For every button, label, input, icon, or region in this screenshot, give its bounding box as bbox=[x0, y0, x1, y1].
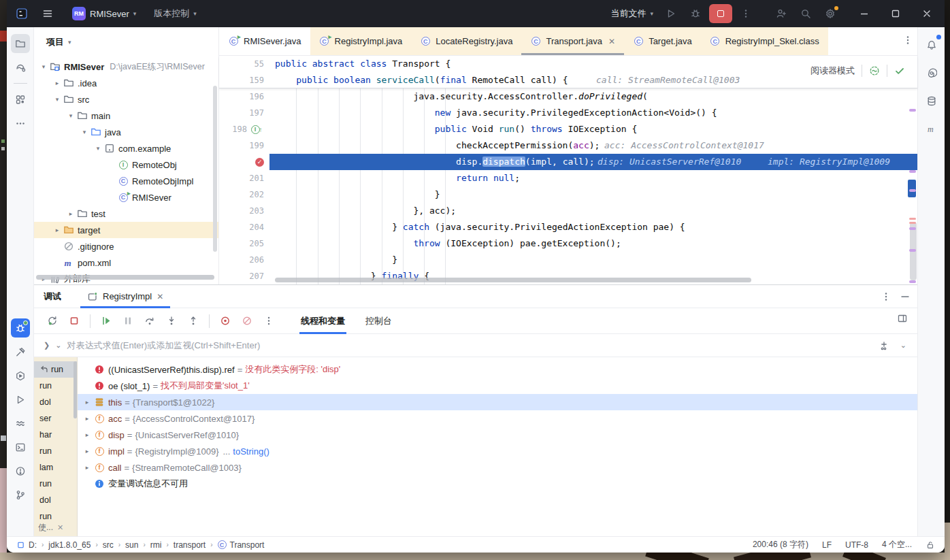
tree-item-test[interactable]: ▸test bbox=[34, 205, 218, 222]
debug-button[interactable] bbox=[685, 4, 706, 23]
tree-item-main[interactable]: ▾main bbox=[34, 108, 218, 124]
add-to-watches-icon[interactable] bbox=[879, 340, 889, 351]
breakpoint-icon[interactable]: ✓ bbox=[255, 158, 264, 167]
maven-tool-button[interactable]: m bbox=[922, 119, 941, 138]
tree-item-remoteobjimpl[interactable]: CRemoteObjImpl bbox=[34, 173, 218, 189]
debug-tool-button[interactable] bbox=[11, 318, 30, 337]
editor-tab-registryimpl-java[interactable]: C▸RegistryImpl.java bbox=[310, 27, 412, 55]
status-item[interactable]: LF bbox=[822, 540, 832, 550]
no-problems-check-icon[interactable] bbox=[894, 65, 905, 76]
ai-assistant-tool-button[interactable] bbox=[922, 63, 941, 82]
tree-item-pom-xml[interactable]: mpom.xml bbox=[34, 254, 218, 271]
code-with-me-button[interactable] bbox=[770, 4, 792, 23]
services-tool-button[interactable] bbox=[11, 366, 30, 385]
tree-item-target[interactable]: ▸target bbox=[34, 222, 218, 238]
stack-frame-row[interactable]: run bbox=[34, 361, 77, 378]
editor-tab-locateregistry-java[interactable]: CLocateRegistry.java bbox=[411, 27, 521, 55]
gutter-line-203[interactable]: 203 bbox=[219, 203, 269, 219]
stripe-mark[interactable] bbox=[909, 170, 916, 173]
close-icon[interactable]: ✕ bbox=[608, 37, 615, 46]
variable-row-disp[interactable]: ▸fdisp={UnicastServerRef@1010} bbox=[78, 427, 917, 443]
chevron-right-icon[interactable]: ▸ bbox=[82, 448, 93, 455]
variable-row-acc[interactable]: ▸facc={AccessControlContext@1017} bbox=[78, 410, 917, 427]
settings-button[interactable] bbox=[819, 4, 841, 23]
step-out-button[interactable] bbox=[184, 312, 202, 330]
gutter-line-204[interactable]: 204 bbox=[219, 219, 269, 235]
main-menu-button[interactable] bbox=[37, 4, 59, 23]
stack-frame-row[interactable]: run bbox=[34, 476, 77, 492]
tree-item-remoteobj[interactable]: IRemoteObj bbox=[34, 157, 218, 173]
chevron-down-icon[interactable]: ▾ bbox=[52, 96, 63, 103]
project-vertical-scrollbar[interactable] bbox=[213, 86, 217, 252]
chevron-down-icon[interactable]: ▾ bbox=[93, 145, 103, 152]
debug-bottom-tab[interactable]: 使... ✕ bbox=[38, 522, 63, 533]
breadcrumb-item[interactable]: src bbox=[103, 540, 114, 550]
gutter-line-207[interactable]: 207 bbox=[219, 268, 269, 284]
breadcrumb-item[interactable]: sun bbox=[125, 540, 138, 550]
stripe-mark[interactable] bbox=[909, 218, 916, 220]
chevron-down-icon[interactable]: ▾ bbox=[79, 129, 90, 135]
chevron-right-icon[interactable]: ▸ bbox=[52, 227, 63, 233]
run-config-selector[interactable]: 当前文件 ▾ bbox=[606, 4, 657, 23]
status-item[interactable]: UTF-8 bbox=[845, 540, 868, 550]
step-into-button[interactable] bbox=[163, 312, 180, 330]
stack-frame-row[interactable]: dol bbox=[34, 492, 77, 508]
breadcrumb-item[interactable]: rmi bbox=[150, 540, 162, 550]
kebab-button[interactable] bbox=[260, 312, 278, 330]
gutter-line-202[interactable]: 202 bbox=[219, 186, 269, 203]
more-actions-button[interactable] bbox=[735, 4, 757, 23]
mute-breakpoints-button[interactable] bbox=[238, 312, 256, 330]
stop-button[interactable] bbox=[65, 312, 83, 330]
stripe-mark[interactable] bbox=[909, 189, 916, 192]
git-branch-tool-button[interactable] bbox=[11, 485, 30, 504]
gutter-line-198[interactable]: 198I↑ bbox=[219, 121, 269, 137]
debug-session-tab[interactable]: RegistryImpl ✕ bbox=[80, 285, 170, 308]
editor-tab-registryimpl-skel-class[interactable]: CRegistryImpl_Skel.class bbox=[701, 27, 828, 55]
variable-row-impl[interactable]: ▸fimpl={RegistryImpl@1009}...toString() bbox=[78, 443, 917, 459]
tree-item-java[interactable]: ▾java bbox=[34, 124, 218, 140]
breadcrumb-item[interactable]: transport bbox=[174, 540, 206, 550]
variable-row-this[interactable]: ▸this={Transport$1@1022} bbox=[78, 394, 917, 410]
project-horizontal-scrollbar[interactable] bbox=[36, 275, 214, 280]
close-icon[interactable]: ✕ bbox=[157, 292, 163, 301]
stack-frame-row[interactable]: run bbox=[34, 378, 77, 394]
variable-row-call[interactable]: ▸fcall={StreamRemoteCall@1003} bbox=[78, 459, 917, 476]
debug-view-tab-console[interactable]: 控制台 bbox=[364, 308, 393, 333]
build-hammer-tool-button[interactable] bbox=[11, 342, 30, 361]
stack-frame-row[interactable]: ser bbox=[34, 410, 77, 427]
layout-settings-icon[interactable] bbox=[897, 313, 908, 324]
tree-item-src[interactable]: ▾src bbox=[34, 91, 218, 108]
chevron-down-icon[interactable]: ⌄ bbox=[55, 341, 61, 350]
evaluate-expression-input[interactable] bbox=[67, 340, 872, 350]
status-item[interactable]: 200:46 (8 字符) bbox=[753, 539, 808, 550]
gutter-line-197[interactable]: 197 bbox=[219, 105, 269, 121]
pause-button[interactable] bbox=[119, 312, 137, 330]
stop-button[interactable] bbox=[709, 4, 732, 23]
terminal-tool-button[interactable] bbox=[11, 438, 30, 457]
gutter-line-199[interactable]: 199 bbox=[219, 137, 269, 154]
stripe-mark[interactable] bbox=[908, 180, 916, 197]
inspections-icon[interactable] bbox=[869, 65, 880, 76]
stripe-mark[interactable] bbox=[909, 222, 916, 224]
kebab-icon[interactable] bbox=[881, 291, 891, 302]
view-breakpoints-button[interactable] bbox=[216, 312, 234, 330]
hide-panel-icon[interactable] bbox=[900, 291, 911, 302]
notifications-bell-tool-button[interactable] bbox=[922, 35, 941, 54]
search-everywhere-button[interactable] bbox=[795, 4, 817, 23]
tree-item--idea[interactable]: ▸.idea bbox=[34, 75, 218, 91]
variable-row--unicastserverref-this-disp-ref[interactable]: ((UnicastServerRef)this.disp).ref=没有此类实例… bbox=[78, 361, 917, 378]
problems-tool-button[interactable] bbox=[11, 461, 30, 480]
chevron-right-icon[interactable]: ▸ bbox=[65, 210, 76, 217]
gutter-line-159[interactable]: 159 bbox=[219, 72, 269, 88]
chevron-right-icon[interactable]: ▸ bbox=[82, 431, 93, 438]
gutter-line-196[interactable]: 196 bbox=[219, 88, 269, 105]
breadcrumb-item[interactable]: D: bbox=[16, 540, 37, 550]
breadcrumb-item[interactable]: CTransport bbox=[218, 540, 265, 550]
more-tool-button[interactable] bbox=[11, 114, 30, 133]
close-icon[interactable]: ✕ bbox=[57, 523, 63, 532]
stack-frame-row[interactable]: lam bbox=[34, 459, 77, 476]
overrides-icon[interactable]: I↑ bbox=[249, 124, 264, 135]
stripe-mark[interactable] bbox=[909, 249, 916, 252]
structure-tool-button[interactable] bbox=[11, 90, 30, 109]
project-selector[interactable]: RM RMISever ▾ bbox=[68, 4, 140, 23]
